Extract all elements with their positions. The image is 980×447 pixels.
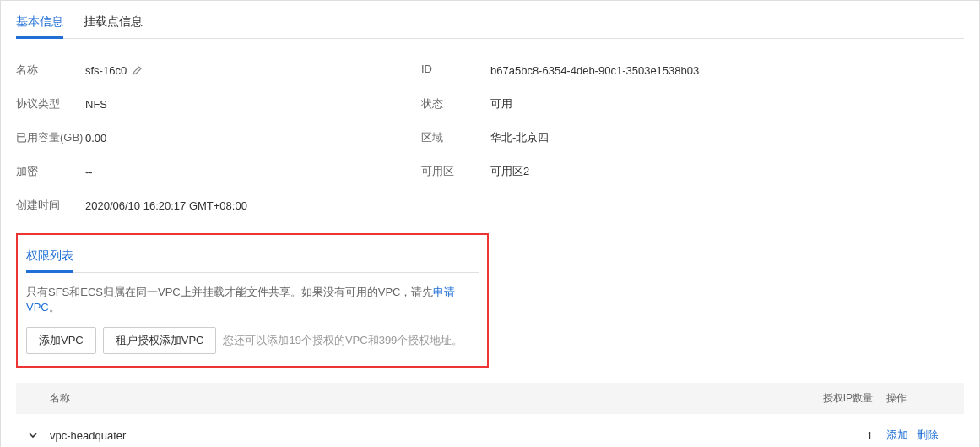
permission-highlight-box: 权限列表 只有SFS和ECS归属在同一VPC上并挂载才能文件共享。如果没有可用的… (16, 233, 489, 368)
perm-hint-text: 只有SFS和ECS归属在同一VPC上并挂载才能文件共享。如果没有可用的VPC，请… (26, 286, 433, 298)
tab-mount-info[interactable]: 挂载点信息 (84, 6, 143, 38)
tab-basic-info[interactable]: 基本信息 (16, 6, 63, 39)
tab-permission-list[interactable]: 权限列表 (26, 243, 73, 273)
value-id: b67a5bc8-6354-4deb-90c1-3503e1538b03 (490, 64, 699, 77)
label-az: 可用区 (421, 164, 490, 179)
value-encrypt: -- (85, 166, 93, 178)
value-region: 华北-北京四 (490, 130, 549, 145)
col-ipcount: 授权IP数量 (812, 391, 880, 406)
value-created: 2020/06/10 16:20:17 GMT+08:00 (85, 199, 247, 212)
col-name: 名称 (50, 391, 812, 406)
value-protocol: NFS (85, 98, 107, 111)
value-status: 可用 (490, 96, 512, 112)
label-encrypt: 加密 (16, 164, 85, 179)
label-status: 状态 (421, 96, 490, 112)
row-ipcount: 1 (812, 429, 880, 442)
value-used: 0.00 (85, 132, 106, 144)
label-used: 已用容量(GB) (16, 130, 85, 145)
value-az: 可用区2 (490, 164, 529, 179)
chevron-down-icon (28, 430, 38, 440)
expand-row-toggle[interactable] (16, 430, 50, 440)
add-vpc-button[interactable]: 添加VPC (26, 327, 96, 354)
edit-name-icon[interactable] (132, 64, 143, 76)
vpc-quota-text: 您还可以添加19个授权的VPC和399个授权地址。 (223, 333, 463, 348)
value-name: sfs-16c0 (85, 64, 127, 77)
label-region: 区域 (421, 130, 490, 145)
col-ops: 操作 (880, 391, 964, 406)
label-id: ID (421, 63, 490, 78)
row-delete-link[interactable]: 删除 (917, 428, 939, 443)
perm-hint-suffix: 。 (49, 301, 60, 313)
label-name: 名称 (16, 63, 85, 78)
label-created: 创建时间 (16, 198, 85, 213)
label-protocol: 协议类型 (16, 96, 85, 112)
row-add-link[interactable]: 添加 (886, 428, 908, 443)
row-name: vpc-headquater (50, 429, 812, 442)
tenant-auth-add-vpc-button[interactable]: 租户授权添加VPC (103, 327, 217, 354)
